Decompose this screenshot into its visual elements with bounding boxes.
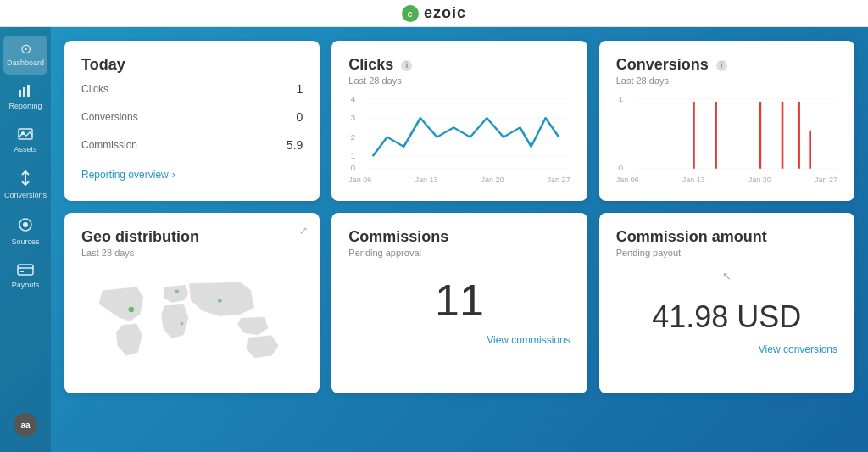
ezoic-logo: e ezoic [402, 4, 466, 22]
clicks-chart: 4 3 2 1 0 Jan [348, 94, 570, 187]
conversions-row: Conversions 0 [81, 103, 303, 131]
commission-value: 5.9 [287, 138, 303, 152]
clicks-card-subtitle: Last 28 days [348, 75, 570, 86]
geo-title: Geo distribution [81, 228, 303, 246]
clicks-chart-svg: 4 3 2 1 0 [348, 94, 570, 170]
sources-icon [18, 217, 33, 235]
commission-amount-value: 41.98 USD [616, 299, 837, 335]
conversions-chart: 1 0 Jan 06 J [616, 94, 837, 187]
world-map-svg [81, 266, 303, 377]
main-layout: ⊙ Dashboard Reporting Assets Conversions [0, 27, 868, 452]
today-card: Today Clicks 1 Conversions 0 Commission … [64, 41, 320, 201]
view-commissions-link[interactable]: View commissions [348, 334, 570, 346]
logo-text: ezoic [424, 4, 466, 22]
clicks-card: Clicks i Last 28 days 4 3 2 1 0 [331, 41, 587, 201]
sidebar-label-sources: Sources [11, 237, 39, 247]
svg-rect-3 [19, 129, 32, 139]
sidebar-label-assets: Assets [14, 145, 36, 154]
clicks-x-labels: Jan 06 Jan 13 Jan 20 Jan 27 [348, 176, 570, 184]
cards-grid: Today Clicks 1 Conversions 0 Commission … [64, 41, 854, 393]
svg-text:4: 4 [351, 95, 356, 103]
commissions-subtitle: Pending approval [348, 248, 570, 258]
reporting-overview-text: Reporting overview [81, 169, 169, 181]
dashboard-icon: ⊙ [20, 42, 31, 56]
commission-amount-card: Commission amount Pending payout ↖ 41.98… [599, 213, 854, 393]
commission-amount-title: Commission amount [616, 228, 837, 246]
clicks-value: 1 [297, 82, 303, 96]
conversions-card: Conversions i Last 28 days 1 0 [599, 41, 854, 201]
clicks-card-title: Clicks i [348, 56, 570, 74]
svg-text:2: 2 [351, 133, 356, 142]
svg-text:0: 0 [351, 164, 356, 170]
geo-card: Geo distribution Last 28 days ⤢ [64, 213, 320, 393]
view-conversions-link[interactable]: View conversions [616, 343, 837, 355]
clicks-info-icon[interactable]: i [401, 60, 412, 71]
today-title: Today [81, 56, 303, 74]
svg-text:1: 1 [351, 152, 356, 160]
svg-text:3: 3 [351, 114, 356, 122]
svg-point-32 [175, 289, 179, 293]
conversions-card-title: Conversions i [616, 56, 837, 74]
svg-text:1: 1 [618, 95, 623, 103]
assets-icon [18, 128, 33, 142]
sidebar-item-payouts[interactable]: Payouts [3, 257, 47, 297]
conversions-info-icon[interactable]: i [716, 60, 727, 71]
clicks-label: Clicks [81, 83, 108, 95]
svg-rect-2 [27, 85, 30, 97]
svg-point-31 [129, 307, 135, 313]
commission-amount-subtitle: Pending payout [616, 248, 837, 258]
geo-subtitle: Last 28 days [81, 248, 303, 258]
commissions-value: 11 [348, 275, 570, 326]
conversions-label: Conversions [81, 111, 138, 123]
commissions-title: Commissions [348, 228, 570, 246]
reporting-icon [18, 85, 33, 99]
commissions-card: Commissions Pending approval 11 View com… [331, 213, 587, 393]
top-bar: e ezoic [0, 0, 868, 27]
geo-expand-icon[interactable]: ⤢ [299, 225, 308, 237]
payouts-icon [17, 264, 34, 278]
conversions-chart-svg: 1 0 [616, 94, 837, 170]
conversions-icon [19, 170, 32, 188]
sidebar-label-reporting: Reporting [8, 102, 42, 111]
conversions-card-subtitle: Last 28 days [616, 75, 837, 86]
conversions-value: 0 [297, 110, 303, 124]
sidebar-label-payouts: Payouts [12, 281, 40, 290]
sidebar: ⊙ Dashboard Reporting Assets Conversions [0, 27, 51, 452]
chevron-right-icon: › [172, 169, 175, 181]
content-area: Today Clicks 1 Conversions 0 Commission … [51, 27, 868, 452]
sidebar-item-conversions[interactable]: Conversions [3, 164, 47, 207]
svg-point-34 [180, 321, 183, 325]
conversions-x-labels: Jan 06 Jan 13 Jan 20 Jan 27 [616, 176, 837, 184]
svg-rect-8 [18, 265, 33, 275]
sidebar-item-sources[interactable]: Sources [3, 210, 47, 254]
cursor-icon: ↖ [616, 266, 837, 282]
svg-rect-10 [20, 271, 24, 272]
sidebar-label-conversions: Conversions [4, 191, 47, 200]
logo-icon: e [402, 5, 419, 22]
commission-row: Commission 5.9 [81, 131, 303, 159]
sidebar-item-reporting[interactable]: Reporting [3, 78, 47, 118]
svg-point-33 [218, 299, 222, 303]
sidebar-item-assets[interactable]: Assets [3, 121, 47, 161]
svg-text:0: 0 [618, 164, 623, 170]
reporting-overview-link[interactable]: Reporting overview › [81, 169, 303, 181]
svg-rect-1 [23, 87, 25, 97]
svg-rect-0 [19, 90, 21, 97]
avatar[interactable]: aa [14, 413, 37, 437]
svg-point-7 [23, 222, 28, 227]
clicks-row: Clicks 1 [81, 75, 303, 103]
commission-label: Commission [81, 139, 137, 151]
sidebar-label-dashboard: Dashboard [7, 59, 44, 68]
sidebar-item-dashboard[interactable]: ⊙ Dashboard [3, 36, 47, 75]
